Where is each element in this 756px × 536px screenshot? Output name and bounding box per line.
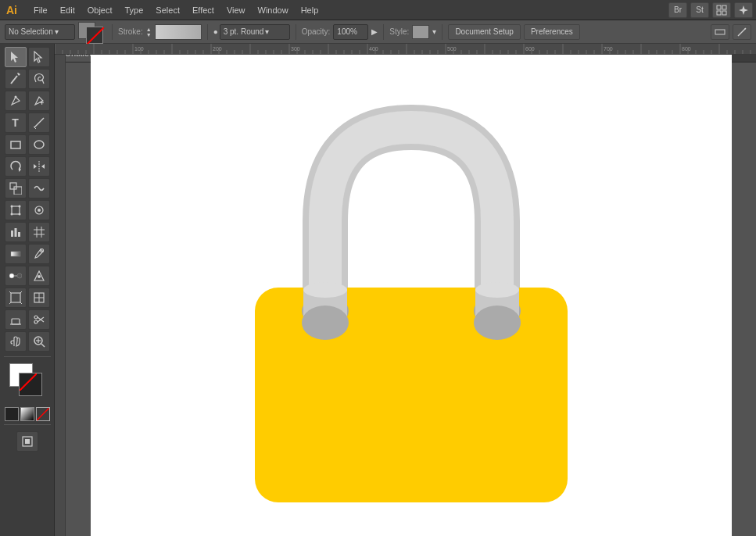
stroke-width-indicator: ● [213,27,218,36]
svg-text:500: 500 [447,46,457,52]
menu-object[interactable]: Object [82,4,118,16]
svg-line-64 [20,373,37,391]
scale-tool[interactable] [5,178,27,198]
menu-effect[interactable]: Effect [187,4,220,16]
tool-sep-1 [4,356,51,357]
eraser-tool[interactable] [5,309,27,330]
svg-point-42 [9,273,14,278]
add-anchor-tool[interactable]: + [28,91,50,111]
artboard-tool[interactable] [5,288,27,308]
tool-row-bottom [2,431,52,452]
reflect-tool[interactable] [28,156,50,177]
stroke-style-dropdown[interactable]: 3 pt. Round ▾ [220,24,290,40]
svg-rect-0 [717,5,721,9]
style-swatch[interactable] [412,25,429,39]
workspace-icon-btn[interactable] [712,2,731,18]
tool-row-13 [2,309,52,330]
symbol-sprayer-tool[interactable] [28,200,50,220]
svg-marker-10 [34,52,41,63]
stroke-width-group: ● 3 pt. Round ▾ [213,24,290,40]
svg-point-32 [38,209,41,212]
none-color-btn[interactable] [5,407,19,421]
bridge-icon-btn[interactable]: Br [668,2,687,18]
tool-sep-2 [4,424,51,425]
scissors-tool[interactable] [28,309,50,330]
menu-file[interactable]: File [28,4,53,16]
zoom-tool[interactable] [28,331,50,352]
selection-tool[interactable] [5,47,27,67]
menu-edit[interactable]: Edit [55,4,81,16]
svg-line-11 [11,76,17,84]
main-area: + T [0,44,756,536]
gradient-tool[interactable] [5,244,27,264]
svg-rect-67 [25,439,30,444]
stock-icon-btn[interactable]: St [690,2,709,18]
sep1 [112,24,113,40]
stroke-dropdown-arrow: ▾ [265,27,269,36]
svg-rect-54 [12,319,20,324]
svg-text:600: 600 [525,46,535,52]
svg-text:300: 300 [291,46,300,52]
svg-line-50 [20,302,22,304]
tool-row-12 [2,288,52,308]
change-screen-mode-btn[interactable] [16,431,38,452]
selection-dropdown[interactable]: No Selection ▾ [5,24,75,40]
svg-rect-34 [14,228,16,237]
svg-line-7 [738,28,746,36]
stroke-spinners[interactable]: ▲ ▼ [146,27,152,38]
stroke-swatch[interactable] [86,27,103,44]
opacity-arrow[interactable]: ▶ [371,27,378,36]
svg-line-47 [9,291,11,293]
mesh-tool[interactable] [28,222,50,242]
transform-icon[interactable] [733,24,751,40]
foreground-color-swatch[interactable] [19,373,42,396]
rotate-tool[interactable] [5,156,27,177]
menu-bar-right: Br St [668,2,753,18]
column-graph-tool[interactable] [5,222,27,242]
free-transform-tool[interactable] [5,200,27,220]
svg-marker-4 [739,5,748,15]
tool-row-5 [2,134,52,155]
spark-icon-btn[interactable] [734,2,753,18]
svg-rect-46 [11,293,20,302]
horizontal-ruler: 100200300400500600700800 [55,44,756,55]
hand-tool[interactable] [5,331,27,352]
slice-tool[interactable] [28,288,50,308]
svg-point-56 [34,316,38,319]
menu-window[interactable]: Window [253,4,294,16]
preferences-button[interactable]: Preferences [524,24,580,40]
svg-rect-18 [11,141,20,148]
line-segment-tool[interactable] [28,113,50,133]
magic-wand-tool[interactable] [5,69,27,89]
toolbar-right-icons [711,24,751,40]
tool-row-4: T [2,113,52,133]
menu-select[interactable]: Select [150,4,185,16]
app-logo: Ai [3,4,20,16]
none-fill-btn[interactable] [36,407,50,421]
gradient-color-btn[interactable] [20,407,34,421]
eyedropper-tool[interactable] [28,244,50,264]
arrange-icon[interactable] [711,24,729,40]
style-dropdown-arrow[interactable]: ▾ [432,27,436,36]
menu-help[interactable]: Help [296,4,324,16]
svg-rect-3 [722,11,726,15]
menu-view[interactable]: View [221,4,251,16]
lasso-tool[interactable] [28,69,50,89]
rectangle-tool[interactable] [5,134,27,155]
ellipse-tool[interactable] [28,134,50,155]
opacity-input[interactable] [333,24,368,40]
stroke-color-bar[interactable] [155,24,202,40]
pen-tool[interactable] [5,91,27,111]
tool-row-9 [2,222,52,242]
type-tool[interactable]: T [5,113,27,133]
svg-line-49 [9,302,11,304]
live-paint-tool[interactable] [28,266,50,286]
warp-tool[interactable] [28,178,50,198]
menu-type[interactable]: Type [120,4,149,16]
lock-body [255,288,568,502]
blend-tool[interactable] [5,266,27,286]
svg-rect-40 [11,252,20,256]
direct-selection-tool[interactable] [28,47,50,67]
svg-rect-6 [715,30,725,34]
document-setup-button[interactable]: Document Setup [448,24,521,40]
